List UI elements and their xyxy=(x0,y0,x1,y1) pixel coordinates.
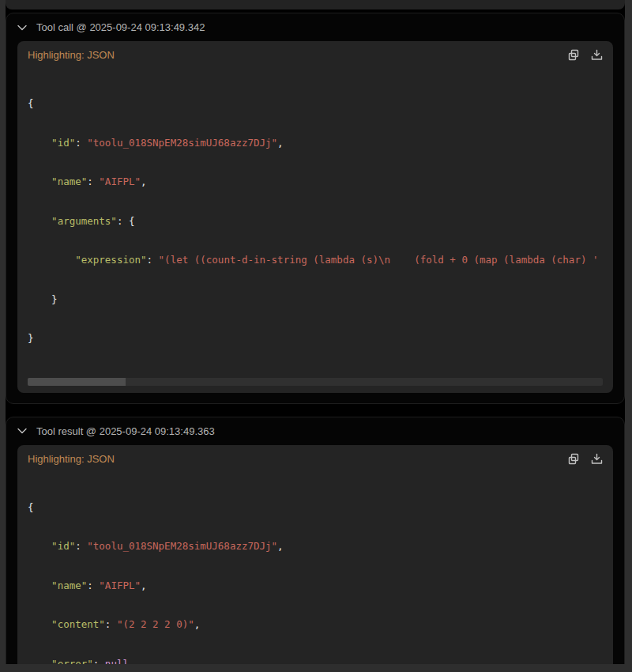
text-segment: : xyxy=(75,137,87,149)
text-segment: "arguments" xyxy=(51,215,117,227)
json-code: { "id": "toolu_018SNpEM28simUJ68azz7DJj"… xyxy=(28,71,603,372)
tool-call-header: Tool call @ 2025-09-24 09:13:49.342 xyxy=(6,13,624,36)
code-line: "id": "toolu_018SNpEM28simUJ68azz7DJj", xyxy=(28,540,603,553)
text-segment xyxy=(28,540,51,552)
text-segment: "AIFPL" xyxy=(99,176,141,187)
text-segment xyxy=(28,618,51,630)
text-segment: } xyxy=(51,293,58,305)
copy-icon[interactable] xyxy=(568,453,580,465)
text-segment: : xyxy=(87,176,99,187)
tool-result-title: Tool result @ 2025-09-24 09:13:49.363 xyxy=(36,425,215,437)
text-segment: : xyxy=(147,254,159,266)
text-segment: : xyxy=(93,658,105,665)
text-segment: { xyxy=(28,501,34,513)
text-segment: "toolu_018SNpEM28simUJ68azz7DJj" xyxy=(87,540,277,552)
tool-call-title: Tool call @ 2025-09-24 09:13:49.342 xyxy=(36,21,205,33)
text-segment: : xyxy=(75,540,87,552)
highlighting-label: Highlighting: JSON xyxy=(28,453,603,465)
code-line: } xyxy=(28,293,603,307)
text-segment xyxy=(28,176,51,187)
copy-icon[interactable] xyxy=(568,49,580,61)
text-segment xyxy=(28,658,51,665)
code-line: { xyxy=(28,97,603,111)
text-segment: null xyxy=(105,658,129,665)
code-line: } xyxy=(28,332,603,345)
text-segment: "AIFPL" xyxy=(99,580,141,591)
text-segment: "id" xyxy=(51,137,75,149)
text-segment: "expression" xyxy=(75,254,146,266)
text-segment xyxy=(28,293,51,305)
text-segment: "toolu_018SNpEM28simUJ68azz7DJj" xyxy=(87,137,277,149)
code-line: "content": "(2 2 2 2 0)", xyxy=(28,618,603,632)
text-segment: , xyxy=(141,580,147,591)
download-icon[interactable] xyxy=(591,453,603,465)
code-line: "expression": "(let ((count-d-in-string … xyxy=(28,254,603,267)
tool-result-message: Tool result @ 2025-09-24 09:13:49.363 Hi… xyxy=(6,417,625,665)
text-segment: } xyxy=(28,332,34,344)
text-segment: "content" xyxy=(51,618,105,630)
highlighting-label: Highlighting: JSON xyxy=(28,49,603,61)
code-line: "name": "AIFPL", xyxy=(28,580,603,593)
text-segment: : xyxy=(105,618,117,630)
tool-result-header: Tool result @ 2025-09-24 09:13:49.363 xyxy=(6,417,624,440)
text-segment xyxy=(28,254,75,266)
conversation-log: Tool call @ 2025-09-24 09:13:49.342 High… xyxy=(6,0,625,664)
text-segment: "id" xyxy=(51,540,75,552)
horizontal-scrollbar[interactable] xyxy=(28,378,603,386)
tool-call-message: Tool call @ 2025-09-24 09:13:49.342 High… xyxy=(6,13,625,404)
tool-call-code-block: Highlighting: JSON { "id": "toolu_018SNp… xyxy=(17,41,613,393)
previous-code-block-remnant xyxy=(6,0,625,9)
json-code: { "id": "toolu_018SNpEM28simUJ68azz7DJj"… xyxy=(28,475,603,665)
text-segment: : xyxy=(87,580,99,591)
scrollbar-thumb[interactable] xyxy=(28,378,126,386)
tool-result-code-block: Highlighting: JSON { "id": "toolu_018SNp… xyxy=(17,445,613,665)
download-icon[interactable] xyxy=(591,49,603,61)
text-segment: "name" xyxy=(51,580,87,591)
text-segment: "name" xyxy=(51,176,87,187)
text-segment xyxy=(28,215,51,227)
collapse-chevron-icon[interactable] xyxy=(17,425,28,436)
text-segment: , xyxy=(141,176,147,187)
collapse-chevron-icon[interactable] xyxy=(17,22,28,33)
text-segment: , xyxy=(194,618,201,630)
text-segment: , xyxy=(277,137,284,149)
text-segment: : { xyxy=(117,215,135,227)
text-segment: { xyxy=(28,97,34,109)
code-line: "error": null xyxy=(28,658,603,665)
code-line: "name": "AIFPL", xyxy=(28,176,603,189)
code-line: "id": "toolu_018SNpEM28simUJ68azz7DJj", xyxy=(28,137,603,150)
code-line: { xyxy=(28,501,603,515)
text-segment: "(let ((count-d-in-string (lambda (s)\n … xyxy=(159,254,599,266)
text-segment: "error" xyxy=(51,658,93,665)
text-segment: , xyxy=(277,540,284,552)
text-segment: "(2 2 2 2 0)" xyxy=(117,618,194,630)
code-line: "arguments": { xyxy=(28,215,603,228)
text-segment xyxy=(28,137,51,149)
text-segment xyxy=(28,580,51,591)
